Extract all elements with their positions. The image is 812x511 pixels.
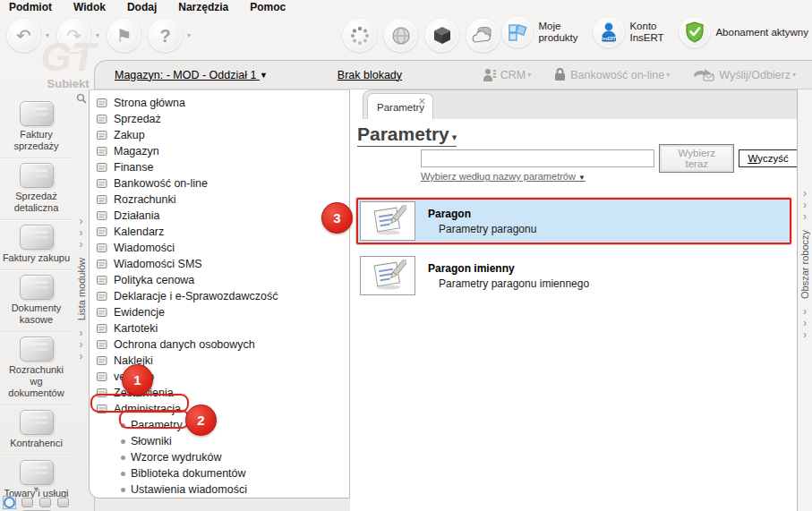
- parameter-row[interactable]: Paragon Parametry paragonu: [356, 198, 791, 244]
- help-button[interactable]: ?: [149, 19, 182, 52]
- tree-item[interactable]: Ustawienia wiadomości: [96, 481, 346, 498]
- settlements-by-documents-icon: [20, 336, 54, 362]
- workspace-collapse-strip[interactable]: Obszar roboczy: [797, 89, 812, 511]
- tree-item[interactable]: Finanse: [96, 159, 346, 175]
- sidebar-shortcut[interactable]: Sprzedaż detaliczna: [0, 158, 73, 219]
- pin-icon[interactable]: [76, 93, 87, 104]
- insert-badge-text: InsERT: [603, 37, 617, 41]
- lock-status-link[interactable]: Brak blokady: [338, 69, 402, 81]
- tree-item[interactable]: Ochrona danych osobowych: [96, 336, 346, 353]
- close-icon[interactable]: [418, 96, 426, 107]
- annotation-box-parametry: [119, 410, 190, 429]
- tree-item-label: Ochrona danych osobowych: [114, 338, 255, 351]
- tree-item[interactable]: Deklaracje i e-Sprawozdawczość: [96, 288, 346, 304]
- tree-item[interactable]: Słowniki: [96, 433, 346, 449]
- context-bar: Magazyn: - MOD - Oddział 1 Brak blokady …: [95, 61, 812, 89]
- sidebar-more-icon[interactable]: [0, 485, 73, 494]
- sidebar-shortcut[interactable]: Faktury sprzedaży: [0, 97, 73, 158]
- online-banking-icon: [96, 177, 108, 190]
- forward-dropdown-icon[interactable]: [96, 31, 99, 39]
- menu-item[interactable]: Podmiot: [9, 1, 52, 15]
- my-products-button[interactable]: Moje produkty: [502, 17, 585, 47]
- tree-item-label: Wiadomości SMS: [114, 258, 202, 270]
- menu-item[interactable]: Dodaj: [127, 1, 157, 15]
- menu-item[interactable]: Pomoc: [250, 1, 286, 15]
- parameter-row[interactable]: Paragon imienny Parametry paragonu imien…: [356, 252, 791, 299]
- tree-item[interactable]: Wiadomości: [96, 240, 346, 256]
- database-cloud-icon: [472, 25, 495, 47]
- tree-item-label: Działania: [114, 209, 159, 222]
- online-banking-button[interactable]: Bankowość on-line: [554, 68, 670, 81]
- tree-item[interactable]: Sprzedaż: [96, 111, 346, 127]
- filter-by-name-link[interactable]: Wybierz według nazwy parametrów: [421, 171, 585, 182]
- product-name: Subiekt: [32, 77, 104, 90]
- tree-item[interactable]: Ewidencje: [96, 304, 346, 320]
- tree-item[interactable]: Polityka cenowa: [96, 272, 346, 288]
- menubar: Podmiot Widok Dodaj Narzędzia Pomoc: [0, 0, 812, 15]
- actions-icon: [96, 209, 108, 222]
- annotation-step-3: 3: [321, 202, 353, 234]
- my-products-label: Moje produkty: [538, 21, 585, 44]
- tree-item[interactable]: Zakup: [96, 127, 346, 143]
- tree-item[interactable]: Działania: [96, 208, 346, 224]
- cash-documents-icon: [20, 275, 54, 300]
- tree-item[interactable]: Kartoteki: [96, 320, 346, 336]
- tree-item[interactable]: Biblioteka dokumentów: [96, 465, 346, 481]
- shortcut-label: Kontrahenci: [10, 438, 63, 449]
- tree-item-label: Polityka cenowa: [114, 274, 194, 286]
- crm-button[interactable]: CRM: [483, 68, 531, 82]
- help-dropdown-icon[interactable]: [187, 31, 191, 39]
- parameter-description: Parametry paragonu imiennego: [439, 277, 589, 290]
- modules-strip-label[interactable]: Lista modułów: [76, 258, 87, 320]
- mini-warehouse-icon[interactable]: [56, 496, 70, 509]
- mini-current-module-icon[interactable]: [3, 496, 16, 509]
- subscription-button[interactable]: Abonament aktywny: [680, 17, 808, 47]
- gdpr-icon: [96, 338, 108, 351]
- sidebar-shortcut[interactable]: Rozrachunki wg dokumentów: [0, 331, 73, 405]
- send-receive-dropdown-icon: [792, 71, 796, 79]
- tree-item[interactable]: Rozrachunki: [96, 192, 346, 208]
- app-window: Podmiot Widok Dodaj Narzędzia Pomoc ↶ ↷ …: [0, 0, 812, 511]
- mini-purchase-icon[interactable]: [38, 496, 52, 509]
- tree-item[interactable]: Wiadomości SMS: [96, 256, 346, 272]
- labels-icon: [96, 354, 108, 367]
- finance-icon: [96, 161, 108, 174]
- insert-account-button[interactable]: InsERT Konto InsERT: [594, 17, 671, 47]
- globe-button[interactable]: [384, 19, 417, 52]
- sidebar-shortcut[interactable]: Faktury zakupu: [0, 219, 73, 269]
- warehouse-selector[interactable]: Magazyn: - MOD - Oddział 1: [115, 69, 268, 81]
- tree-item-label: Ewidencje: [114, 306, 165, 319]
- tree-item-label: Ustawienia wiadomości: [131, 483, 247, 496]
- send-receive-button[interactable]: Wyślij/Odbierz: [693, 68, 796, 81]
- products-tiles-icon: [508, 22, 527, 42]
- select-now-button[interactable]: Wybierz teraz: [659, 144, 734, 173]
- cloud-database-button[interactable]: [466, 19, 500, 52]
- tree-item-label: Wiadomości: [114, 242, 175, 254]
- tree-item[interactable]: Strona główna: [96, 95, 346, 111]
- tree-item[interactable]: Kalendarz: [96, 224, 346, 240]
- clear-button[interactable]: Wyczyść: [739, 149, 797, 167]
- menu-item[interactable]: Widok: [73, 1, 106, 15]
- menu-item[interactable]: Narzędzia: [178, 1, 228, 15]
- sales-invoices-icon: [20, 101, 54, 126]
- tree-item[interactable]: Wzorce wydruków: [96, 449, 346, 465]
- sync-button[interactable]: [343, 19, 376, 52]
- tree-item[interactable]: Magazyn: [96, 143, 346, 159]
- cube-button[interactable]: [425, 19, 458, 52]
- parameter-description: Parametry paragonu: [439, 223, 536, 235]
- mini-sales-icon[interactable]: [21, 496, 34, 509]
- insert-account-label: Konto InsERT: [629, 21, 671, 44]
- sidebar-shortcut[interactable]: Dokumenty kasowe: [0, 269, 73, 331]
- purchase-icon: [96, 129, 108, 141]
- parameter-search-input[interactable]: [421, 149, 654, 167]
- crm-dropdown-icon: [527, 71, 531, 79]
- tab-parametry[interactable]: Parametry: [367, 93, 433, 119]
- flag-button[interactable]: ⚑: [107, 19, 141, 52]
- retail-sale-icon: [20, 163, 54, 188]
- parameter-title: Paragon imienny: [428, 262, 589, 275]
- modules-collapse-strip[interactable]: Lista modułów: [73, 89, 89, 474]
- workspace-strip-label[interactable]: Obszar roboczy: [799, 230, 810, 299]
- tree-item[interactable]: Bankowość on-line: [96, 175, 346, 192]
- annotation-step-1: 1: [122, 364, 153, 396]
- sidebar-shortcut[interactable]: Kontrahenci: [0, 405, 73, 455]
